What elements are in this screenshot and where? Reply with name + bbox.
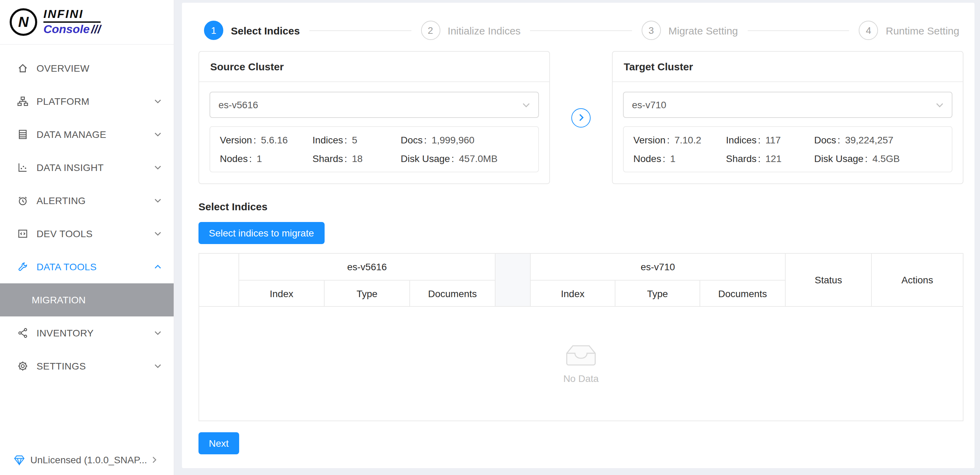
sidebar-item-label: ALERTING bbox=[37, 195, 146, 206]
database-icon bbox=[16, 129, 28, 140]
step-divider bbox=[748, 30, 850, 31]
sidebar-item-data-manage[interactable]: DATA MANAGE bbox=[0, 118, 174, 151]
gear-icon bbox=[16, 360, 28, 372]
stat-value: 7.10.2 bbox=[675, 134, 701, 145]
select-indices-button[interactable]: Select indices to migrate bbox=[199, 222, 324, 244]
source-cluster-title: Source Cluster bbox=[199, 52, 549, 82]
sidebar-item-label: OVERVIEW bbox=[37, 63, 161, 74]
target-cluster-select[interactable]: es-v710 bbox=[623, 92, 953, 118]
target-cluster-stats: Version7.10.2 Indices117 Docs39,224,257 … bbox=[623, 126, 953, 172]
logo[interactable]: N INFINI Console/// bbox=[0, 0, 174, 45]
sidebar-item-inventory[interactable]: INVENTORY bbox=[0, 316, 174, 349]
sidebar-item-label: SETTINGS bbox=[37, 360, 146, 371]
target-index-column-header: Index bbox=[530, 280, 615, 306]
brand-name-top: INFINI bbox=[43, 8, 100, 23]
source-group-header: es-v5616 bbox=[239, 253, 495, 280]
target-cluster-selected-value: es-v710 bbox=[632, 99, 667, 110]
sidebar-item-dev-tools[interactable]: DEV TOOLS bbox=[0, 217, 174, 250]
stat-value: 121 bbox=[765, 153, 781, 164]
stat-label: Indices bbox=[726, 134, 766, 145]
transfer-indicator bbox=[550, 108, 612, 127]
stat-label: Version bbox=[633, 134, 675, 145]
step-label: Runtime Setting bbox=[886, 24, 959, 36]
stat-value: 18 bbox=[352, 153, 363, 164]
chevron-down-icon bbox=[154, 331, 161, 335]
selection-column-header bbox=[199, 253, 239, 306]
select-indices-heading: Select Indices bbox=[199, 201, 964, 212]
chevron-down-icon bbox=[936, 102, 943, 107]
stat-value: 1 bbox=[670, 153, 676, 164]
sidebar-item-data-insight[interactable]: DATA INSIGHT bbox=[0, 151, 174, 184]
sidebar: N INFINI Console/// OVERVIEW PLATFORM bbox=[0, 0, 174, 475]
status-column-header: Status bbox=[785, 253, 872, 306]
code-icon bbox=[16, 228, 28, 239]
step-number: 1 bbox=[204, 21, 223, 40]
step-number: 4 bbox=[859, 21, 878, 40]
cluster-cards: Source Cluster es-v5616 Version5.6.16 In… bbox=[199, 51, 964, 184]
sidebar-item-platform[interactable]: PLATFORM bbox=[0, 85, 174, 118]
next-button[interactable]: Next bbox=[199, 432, 239, 454]
sidebar-item-data-tools[interactable]: DATA TOOLS bbox=[0, 250, 174, 283]
stat-label: Indices bbox=[313, 134, 352, 145]
cluster-icon bbox=[16, 96, 28, 107]
sidebar-item-label: DATA INSIGHT bbox=[37, 162, 146, 173]
sidebar-item-alerting[interactable]: ALERTING bbox=[0, 184, 174, 217]
logo-icon: N bbox=[10, 8, 37, 36]
stat-label: Docs bbox=[401, 134, 432, 145]
separator-column bbox=[495, 253, 530, 306]
sidebar-item-label: MIGRATION bbox=[32, 294, 86, 305]
stat-value: 117 bbox=[765, 134, 781, 145]
sidebar-item-label: PLATFORM bbox=[37, 96, 146, 107]
stat-label: Nodes bbox=[633, 153, 670, 164]
stat-label: Version bbox=[220, 134, 261, 145]
logo-letter: N bbox=[18, 14, 29, 30]
empty-text: No Data bbox=[563, 373, 599, 384]
chevron-down-icon bbox=[154, 232, 161, 236]
step-initialize-indices: 2 Initialize Indices bbox=[421, 21, 521, 40]
license-info[interactable]: UnLicensed (1.0.0_SNAP... bbox=[14, 454, 165, 465]
step-number: 3 bbox=[642, 21, 661, 40]
source-cluster-card: Source Cluster es-v5616 Version5.6.16 In… bbox=[199, 51, 550, 184]
step-label: Migrate Setting bbox=[668, 24, 738, 36]
chevron-down-icon bbox=[154, 364, 161, 368]
sidebar-item-settings[interactable]: SETTINGS bbox=[0, 349, 174, 383]
chevron-down-icon bbox=[154, 199, 161, 203]
sidebar-nav: OVERVIEW PLATFORM DATA MANAGE bbox=[0, 52, 174, 383]
chevron-right-icon bbox=[153, 456, 157, 463]
source-cluster-select[interactable]: es-v5616 bbox=[210, 92, 539, 118]
wizard-steps: 1 Select Indices 2 Initialize Indices 3 … bbox=[199, 3, 964, 40]
source-documents-column-header: Documents bbox=[410, 280, 495, 306]
migration-wizard-panel: 1 Select Indices 2 Initialize Indices 3 … bbox=[182, 3, 975, 468]
step-select-indices: 1 Select Indices bbox=[204, 21, 300, 40]
arrow-right-circle-icon bbox=[571, 108, 590, 127]
step-runtime-setting: 4 Runtime Setting bbox=[859, 21, 959, 40]
step-divider bbox=[530, 30, 632, 31]
sidebar-item-migration[interactable]: MIGRATION bbox=[0, 283, 174, 316]
sidebar-item-label: DATA MANAGE bbox=[37, 129, 146, 140]
chart-icon bbox=[16, 162, 28, 174]
sidebar-item-label: DEV TOOLS bbox=[37, 228, 146, 239]
stat-value: 1 bbox=[257, 153, 262, 164]
empty-box-icon bbox=[565, 344, 597, 368]
source-cluster-stats: Version5.6.16 Indices5 Docs1,999,960 Nod… bbox=[210, 126, 539, 172]
app: N INFINI Console/// OVERVIEW PLATFORM bbox=[0, 0, 980, 475]
brand-name-bottom: Console/// bbox=[43, 24, 100, 36]
sidebar-item-overview[interactable]: OVERVIEW bbox=[0, 52, 174, 85]
step-label: Select Indices bbox=[231, 24, 300, 36]
step-number: 2 bbox=[421, 21, 440, 40]
source-index-column-header: Index bbox=[239, 280, 324, 306]
stat-label: Shards bbox=[726, 153, 766, 164]
target-group-header: es-v710 bbox=[530, 253, 785, 280]
logo-text: INFINI Console/// bbox=[43, 8, 100, 35]
stat-value: 5 bbox=[352, 134, 357, 145]
actions-column-header: Actions bbox=[872, 253, 963, 306]
target-type-column-header: Type bbox=[615, 280, 700, 306]
main-area: 1 Select Indices 2 Initialize Indices 3 … bbox=[174, 0, 980, 475]
stat-value: 4.5GB bbox=[872, 153, 900, 164]
home-icon bbox=[16, 62, 28, 74]
sidebar-item-label: DATA TOOLS bbox=[37, 261, 146, 272]
stat-label: Nodes bbox=[220, 153, 257, 164]
stat-value: 457.0MB bbox=[459, 153, 498, 164]
brand-slashes: /// bbox=[91, 23, 100, 36]
stat-label: Shards bbox=[313, 153, 352, 164]
